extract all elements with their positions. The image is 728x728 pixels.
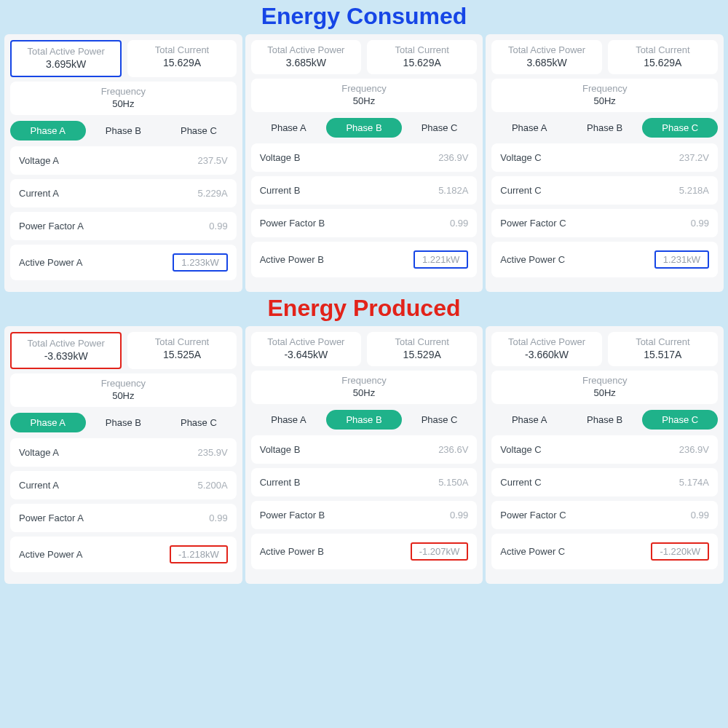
total-current-label: Total Current [614,44,712,55]
tab-phase-b[interactable]: Phase B [326,118,402,138]
total-current-value: 15.629A [373,57,471,68]
current-value: 5.182A [438,185,468,196]
frequency-label: Frequency [251,375,478,386]
consumed-grid: Total Active Power 3.695kW Total Current… [0,34,728,292]
active-power-value: -1.220kW [651,542,709,561]
total-current-label: Total Current [373,336,471,347]
pf-value: 0.99 [209,221,227,232]
tab-phase-a[interactable]: Phase A [251,410,327,430]
current-value: 5.200A [197,480,227,491]
voltage-label: Voltage B [260,444,301,455]
tab-phase-a[interactable]: Phase A [10,413,86,432]
tab-phase-c[interactable]: Phase C [402,410,478,430]
pf-value: 0.99 [691,218,709,229]
pf-label: Power Factor C [500,218,566,229]
voltage-value: 236.9V [679,444,709,455]
consumed-panel-c: Total Active Power 3.685kW Total Current… [486,34,724,292]
voltage-row: Voltage C 236.9V [491,435,718,464]
tab-phase-b[interactable]: Phase B [86,413,162,432]
pf-label: Power Factor B [260,510,325,521]
current-row: Current A 5.229A [10,179,237,207]
voltage-label: Voltage A [19,155,59,166]
frequency-value: 50Hz [10,98,237,109]
total-active-power-label: Total Active Power [497,44,596,55]
current-label: Current A [19,480,59,491]
tab-phase-a[interactable]: Phase A [10,121,86,141]
tab-phase-a[interactable]: Phase A [491,410,567,430]
consumed-panel-a: Total Active Power 3.695kW Total Current… [4,34,242,292]
current-row: Current B 5.150A [251,468,478,496]
active-power-value: 1.233kW [173,253,227,272]
voltage-row: Voltage B 236.6V [251,435,478,464]
tab-phase-b[interactable]: Phase B [567,118,643,138]
phase-tabs: Phase A Phase B Phase C [10,413,237,432]
current-value: 5.229A [197,188,227,199]
frequency-card: Frequency 50Hz [251,371,478,404]
pf-value: 0.99 [450,510,468,521]
tab-phase-c[interactable]: Phase C [642,410,718,430]
total-current-label: Total Current [133,44,230,55]
active-power-row: Active Power B 1.221kW [251,242,478,277]
voltage-label: Voltage B [260,152,301,163]
pf-row: Power Factor B 0.99 [251,209,478,237]
total-active-power-card: Total Active Power 3.685kW [251,40,361,74]
frequency-card: Frequency 50Hz [10,82,237,115]
total-current-card: Total Current 15.525A [127,332,236,369]
total-current-label: Total Current [133,336,230,347]
voltage-row: Voltage A 235.9V [10,438,237,467]
frequency-value: 50Hz [251,95,478,106]
voltage-row: Voltage C 237.2V [491,143,718,172]
total-current-value: 15.629A [133,57,230,68]
current-row: Current C 5.174A [491,468,718,496]
current-value: 5.174A [679,477,709,488]
total-active-power-value: -3.645kW [257,349,355,360]
tab-phase-a[interactable]: Phase A [251,118,327,138]
tab-phase-c[interactable]: Phase C [402,118,478,138]
produced-panel-a: Total Active Power -3.639kW Total Curren… [4,326,242,584]
active-power-row: Active Power A -1.218kW [10,537,237,572]
current-value: 5.218A [679,185,709,196]
section-title-consumed: Energy Consumed [0,0,728,34]
voltage-value: 236.9V [438,152,468,163]
frequency-value: 50Hz [10,390,237,401]
tab-phase-c[interactable]: Phase C [642,118,718,138]
voltage-label: Voltage A [19,447,59,458]
active-power-label: Active Power C [500,254,565,265]
tab-phase-b[interactable]: Phase B [86,121,162,141]
pf-value: 0.99 [209,513,227,523]
total-active-power-card: Total Active Power 3.695kW [10,40,122,77]
voltage-value: 237.5V [197,155,227,166]
produced-panel-c: Total Active Power -3.660kW Total Curren… [486,326,724,584]
active-power-label: Active Power B [260,254,324,265]
total-active-power-value: 3.685kW [497,57,596,68]
total-current-value: 15.629A [614,57,712,68]
total-current-value: 15.525A [133,349,230,360]
pf-value: 0.99 [691,510,709,521]
tab-phase-c[interactable]: Phase C [161,121,237,141]
total-active-power-card: Total Active Power -3.660kW [491,332,601,366]
voltage-label: Voltage C [500,152,541,163]
frequency-label: Frequency [10,378,237,389]
tab-phase-c[interactable]: Phase C [161,413,237,432]
tab-phase-b[interactable]: Phase B [326,410,402,430]
current-row: Current B 5.182A [251,176,478,205]
frequency-card: Frequency 50Hz [491,79,718,112]
tab-phase-b[interactable]: Phase B [567,410,643,430]
current-label: Current B [260,477,301,488]
tab-phase-a[interactable]: Phase A [491,118,567,138]
active-power-label: Active Power B [260,546,324,557]
active-power-value: -1.218kW [170,545,228,563]
active-power-label: Active Power C [500,546,565,557]
frequency-card: Frequency 50Hz [251,79,478,112]
produced-grid: Total Active Power -3.639kW Total Curren… [0,326,728,584]
produced-panel-b: Total Active Power -3.645kW Total Curren… [245,326,483,584]
total-current-label: Total Current [614,336,712,347]
frequency-label: Frequency [491,375,718,386]
consumed-panel-b: Total Active Power 3.685kW Total Current… [245,34,483,292]
total-active-power-label: Total Active Power [497,336,596,347]
voltage-value: 236.6V [438,444,468,455]
pf-label: Power Factor A [19,221,84,232]
voltage-label: Voltage C [500,444,541,455]
total-active-power-value: 3.695kW [17,58,114,70]
current-row: Current A 5.200A [10,471,237,499]
